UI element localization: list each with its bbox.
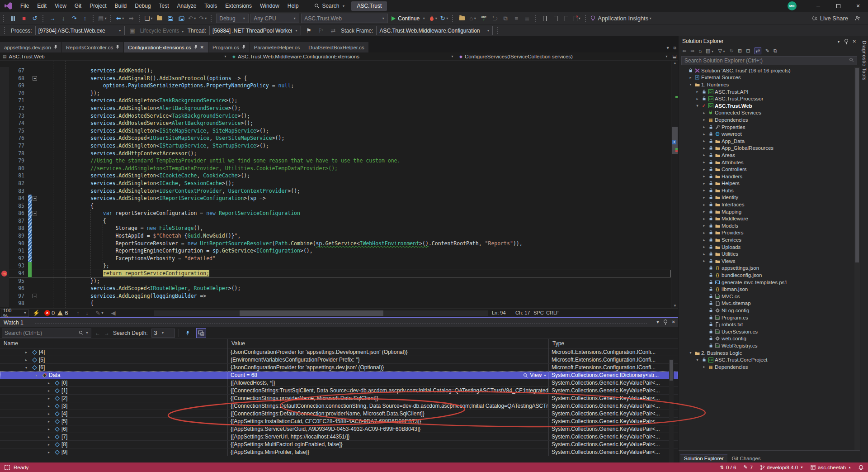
tree-item-Dependencies[interactable]: ▸Dependencies: [679, 116, 855, 124]
fold-gutter[interactable]: [32, 180, 39, 187]
tab-diagnostic-tools[interactable]: Diagnostic Tools: [862, 41, 867, 81]
tree-item-Solution 'ASC.Trust' (16 of 16 projects)[interactable]: Solution 'ASC.Trust' (16 of 16 projects): [679, 67, 855, 74]
watch-row-[1][interactable]: ▸[1]{[ConnectionStrings:TrustSqlClient, …: [0, 387, 678, 395]
menu-file[interactable]: File: [16, 0, 33, 12]
startup-project-dropdown[interactable]: ASC.Trust.Web▼: [301, 14, 388, 23]
fold-gutter[interactable]: −: [32, 195, 39, 202]
scrollbar-thumb[interactable]: [670, 360, 673, 381]
scrollbar-thumb[interactable]: [855, 68, 859, 262]
warning-count-button[interactable]: 6: [57, 308, 68, 318]
tree-item-Program.cs[interactable]: C#Program.cs: [679, 314, 855, 321]
continue-button[interactable]: Continue▼: [390, 15, 427, 22]
flag-threads-button[interactable]: ⚑: [304, 26, 313, 36]
application-insights-button[interactable]: Application Insights▼: [590, 14, 652, 24]
expander-icon[interactable]: ▸: [48, 387, 52, 394]
stop-button[interactable]: ■: [19, 14, 28, 24]
breakpoint-gutter[interactable]: [0, 240, 9, 248]
pin-to-source-toggle[interactable]: [183, 328, 193, 338]
close-icon[interactable]: ✕: [672, 319, 675, 324]
code-line-79[interactable]: 79//Using the standard TempDataProvider …: [0, 157, 671, 165]
watch-row-[7][interactable]: ▸[7]{[AppSettings:ServerUrl, https://loc…: [0, 433, 678, 441]
stack-frame-dropdown[interactable]: ASC.Trust.Web.Middleware.Configuration▼: [376, 26, 493, 35]
undo-button[interactable]: ↶▼: [188, 14, 197, 24]
code-line-98[interactable]: 98{: [0, 300, 671, 307]
expander-icon[interactable]: ▸: [48, 379, 52, 386]
fold-gutter[interactable]: [32, 232, 39, 240]
restore-button[interactable]: [828, 0, 848, 12]
line-operations-indicator[interactable]: ⇅0 / 6: [720, 465, 736, 470]
search-back-icon[interactable]: ←: [95, 330, 100, 336]
next-issue-button[interactable]: ↓: [82, 308, 91, 318]
expander-icon[interactable]: ▸: [25, 348, 30, 356]
breakpoint-gutter[interactable]: [0, 232, 9, 240]
tree-item-Attributes[interactable]: ▸Attributes: [679, 159, 855, 166]
expander-icon[interactable]: ▸: [48, 418, 52, 425]
flag-outline-icon[interactable]: ⚐: [316, 26, 326, 36]
tab-ParameterHelper.cs[interactable]: ParameterHelper.cs: [250, 42, 304, 52]
expander-icon[interactable]: ▸: [702, 188, 707, 192]
tree-item-Utilities[interactable]: ▸Utilities: [679, 250, 855, 257]
insert-mode-indicator[interactable]: SPC: [533, 310, 544, 315]
expander-icon[interactable]: ▸: [702, 167, 707, 172]
editor-vertical-scrollbar[interactable]: ▲ ▼ 2: [671, 61, 678, 308]
close-icon[interactable]: ✕: [200, 45, 204, 50]
collapse-icon[interactable]: −: [33, 76, 37, 81]
pending-edits-indicator[interactable]: ✎7: [743, 464, 753, 470]
tree-item-libman.json[interactable]: {}libman.json: [679, 286, 855, 293]
code-line-69[interactable]: 69options.PayloadSerializerOptions.Prope…: [0, 82, 671, 90]
fold-gutter[interactable]: [32, 247, 39, 255]
solution-explorer-title-bar[interactable]: Solution Explorer ▾ ✕: [679, 36, 860, 46]
fold-gutter[interactable]: −: [32, 75, 39, 82]
breakpoint-gutter[interactable]: [0, 247, 9, 255]
expander-icon[interactable]: ▸: [695, 90, 700, 94]
expander-icon[interactable]: ▸: [702, 181, 707, 186]
tree-item-Mapping[interactable]: ▸Mapping: [679, 208, 855, 215]
breakpoint-gutter[interactable]: [0, 277, 9, 285]
pin-icon[interactable]: [194, 45, 198, 50]
add-user-button[interactable]: [853, 14, 862, 24]
fold-gutter[interactable]: [32, 150, 39, 157]
code-line-90[interactable]: 90ReportSourceResolver = new UriReportSo…: [0, 240, 671, 248]
search-depth-dropdown[interactable]: 3▼: [151, 329, 175, 338]
tab-ConfigurationExtensions.cs[interactable]: ConfigurationExtensions.cs✕: [124, 42, 208, 52]
pause-button[interactable]: [9, 14, 18, 24]
open-file-button[interactable]: [155, 14, 164, 24]
expander-icon[interactable]: ▸: [702, 174, 707, 178]
error-count-button[interactable]: ✕0: [44, 308, 55, 318]
step-into-button[interactable]: ↓: [59, 14, 68, 24]
code-line-83[interactable]: 83services.AddSingleton<IUserContextProv…: [0, 187, 671, 195]
fold-gutter[interactable]: [32, 240, 39, 248]
breakpoint-gutter[interactable]: [0, 127, 9, 135]
code-line-96[interactable]: 96services.AddScoped<IRouteHelper, Route…: [0, 285, 671, 292]
solution-explorer-search-input[interactable]: Search Solution Explorer (Ctrl+;): [681, 56, 857, 65]
expander-icon[interactable]: ▸: [48, 425, 52, 433]
tree-item-Helpers[interactable]: ▸Helpers: [679, 180, 855, 187]
spell-check-button[interactable]: abc✓: [479, 14, 488, 24]
fold-gutter[interactable]: [32, 134, 39, 142]
line-ending-indicator[interactable]: CRLF: [546, 310, 559, 315]
code-line-93[interactable]: 93};: [0, 262, 671, 270]
tab-ReportsController.cs[interactable]: ReportsController.cs: [62, 42, 123, 52]
breakpoint-gutter[interactable]: [0, 292, 9, 300]
code-line-71[interactable]: 71services.AddSingleton<TaskBackgroundSe…: [0, 97, 671, 105]
fold-gutter[interactable]: [32, 127, 39, 135]
pin-icon[interactable]: [54, 45, 57, 50]
navigate-forward-button[interactable]: ➡: [127, 14, 136, 24]
fold-gutter[interactable]: −: [32, 210, 39, 217]
restart-button[interactable]: ↺: [30, 14, 39, 24]
code-line-89[interactable]: 89HostAppId = $"Cheetah-{Guid.NewGuid()}…: [0, 232, 671, 240]
hot-reload-button[interactable]: ▼: [429, 14, 438, 24]
code-map-button[interactable]: ▤▼: [98, 14, 107, 24]
expander-icon[interactable]: ▸: [48, 410, 52, 417]
breakpoint-gutter[interactable]: [0, 82, 9, 90]
breakpoint-gutter[interactable]: [0, 217, 9, 225]
watch-column-headers[interactable]: Name Value Type: [0, 339, 678, 348]
watch-row-Data[interactable]: ▾DataCount = 68View▼System.Collections.G…: [0, 372, 678, 379]
forward-button[interactable]: ➡: [690, 48, 694, 54]
prev-issue-button[interactable]: ↑: [73, 308, 82, 318]
menu-window[interactable]: Window: [256, 0, 283, 12]
code-line-75[interactable]: 75services.AddSingleton<ISiteMapService,…: [0, 127, 671, 135]
breakpoint-gutter[interactable]: [0, 262, 9, 270]
expander-icon[interactable]: ▸: [48, 448, 52, 456]
switch-views-button[interactable]: ▤▼: [706, 48, 714, 54]
